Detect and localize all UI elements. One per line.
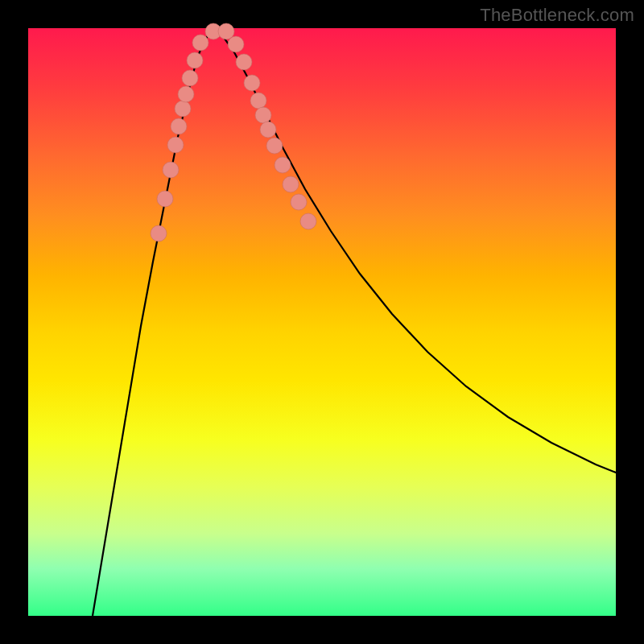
marker-dot — [175, 101, 191, 117]
marker-dot — [255, 107, 271, 123]
watermark-text: TheBottleneck.com — [480, 5, 634, 26]
marker-dot — [283, 176, 299, 192]
marker-dot — [151, 225, 167, 242]
marker-dot — [157, 191, 173, 207]
left-branch-curve — [93, 30, 213, 616]
right-branch-curve — [213, 30, 616, 473]
marker-dot — [250, 93, 266, 109]
marker-group — [151, 23, 316, 242]
marker-dot — [192, 35, 208, 51]
marker-dot — [182, 70, 198, 86]
marker-dot — [244, 75, 260, 91]
marker-dot — [260, 122, 276, 138]
marker-dot — [300, 213, 316, 229]
marker-dot — [167, 137, 184, 153]
curve-layer — [28, 28, 616, 616]
marker-dot — [275, 157, 291, 173]
marker-dot — [266, 138, 283, 154]
plot-area — [28, 28, 616, 616]
marker-dot — [171, 118, 187, 134]
marker-dot — [228, 36, 244, 52]
marker-dot — [236, 54, 252, 70]
marker-dot — [291, 194, 307, 210]
marker-dot — [163, 162, 179, 178]
marker-dot — [187, 52, 203, 68]
chart-frame: TheBottleneck.com — [0, 0, 644, 644]
marker-dot — [178, 86, 194, 102]
